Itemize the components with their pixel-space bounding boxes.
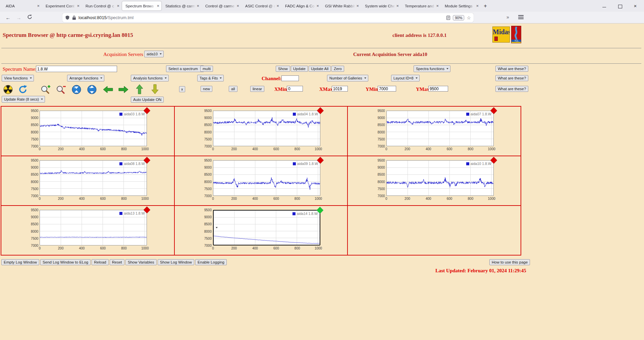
radiation-button[interactable]	[3, 84, 13, 95]
spectrum-plot-aida14[interactable]: 700075008000850090009500aida14 1.8.W0200…	[201, 210, 321, 251]
shift-up-button[interactable]	[134, 84, 145, 94]
shift-down-button[interactable]	[150, 84, 160, 94]
zoom-in-button[interactable]	[40, 84, 51, 95]
minimize-button[interactable]	[602, 3, 607, 9]
browser-tab-7[interactable]: ASIC Control @ c×	[242, 1, 281, 10]
spectrum-plot-aida04[interactable]: 700075008000850090009500aida04 1.8.W0200…	[201, 111, 321, 152]
view-functions-dropdown[interactable]: View functions	[2, 75, 34, 81]
close-window-button[interactable]: ×	[633, 3, 638, 9]
spectrum-plot-aida09[interactable]: 700075008000850090009500aida09 1.8.W0200…	[201, 160, 321, 202]
spectrum-plot-aida13[interactable]: 700075008000850090009500aida13 1.8.W0200…	[28, 210, 148, 251]
spectrum-plot-aida10[interactable]: 700075008000850090009500aida10 1.8.W0200…	[374, 160, 494, 202]
url-bar[interactable]: localhost:8015/Spectrum.tml 90% ☆	[62, 13, 474, 22]
browser-tab-10[interactable]: System wide Che×	[362, 1, 401, 10]
plot-area-aida09[interactable]: aida09 1.8.W	[213, 160, 320, 196]
plot-area-aida03[interactable]: aida03 1.8.W	[40, 111, 147, 146]
update-button[interactable]: Update	[291, 66, 308, 72]
spectrum-name-input[interactable]	[36, 66, 117, 72]
what-are-these-button-1[interactable]: What are these?	[495, 66, 528, 72]
footer-button-show-variables[interactable]: Show Variables	[125, 259, 157, 265]
arrange-functions-dropdown[interactable]: Arrange functions	[67, 75, 104, 81]
tab-close-icon[interactable]: ×	[37, 4, 40, 8]
what-are-these-button-3[interactable]: What are these?	[495, 86, 528, 92]
show-button[interactable]: Show	[276, 66, 290, 72]
what-are-these-button-2[interactable]: What are these?	[495, 75, 528, 81]
recycle-button[interactable]	[17, 84, 28, 95]
tab-close-icon[interactable]: ×	[276, 4, 279, 8]
shift-left-button[interactable]	[103, 84, 113, 95]
spectrum-plot-aida07[interactable]: 700075008000850090009500aida07 1.8.W0200…	[374, 111, 494, 152]
footer-button-send-log-window-to-elog[interactable]: Send Log Window to ELog	[40, 259, 91, 265]
compress-vertical-button[interactable]	[71, 84, 82, 95]
plot-area-aida04[interactable]: aida04 1.8.W	[213, 111, 320, 146]
menu-button[interactable]	[518, 15, 524, 20]
how-to-use-button[interactable]: How to use this page	[489, 259, 530, 265]
reload-button[interactable]	[25, 14, 34, 22]
zoom-level-badge[interactable]: 90%	[453, 15, 464, 20]
tab-close-icon[interactable]: ×	[157, 4, 159, 8]
overflow-chevron-button[interactable]: »	[506, 14, 509, 20]
multi-button[interactable]: multi	[200, 66, 213, 72]
new-button[interactable]: new	[201, 86, 212, 92]
zero-button[interactable]: Zero	[331, 66, 344, 72]
ymax-input[interactable]	[428, 86, 448, 92]
tab-close-icon[interactable]: ×	[356, 4, 359, 8]
number-of-galleries-dropdown[interactable]: Number of Galleries	[327, 75, 368, 81]
tab-close-icon[interactable]: ×	[436, 4, 439, 8]
browser-tab-5[interactable]: Statistics @ carm×	[162, 1, 201, 10]
shield-icon[interactable]	[65, 15, 70, 20]
footer-button-reload[interactable]: Reload	[92, 259, 108, 265]
maximize-button[interactable]	[617, 3, 623, 9]
browser-tab-6[interactable]: Control @ carme×	[202, 1, 241, 10]
bookmark-star-icon[interactable]: ☆	[467, 15, 471, 20]
spectrum-plot-aida03[interactable]: 700075008000850090009500aida03 1.8.W0200…	[28, 111, 148, 152]
plot-area-aida08[interactable]: aida08 1.8.W	[40, 160, 147, 196]
browser-tab-11[interactable]: Temperature and×	[401, 1, 441, 10]
layout-id-dropdown[interactable]: Layout ID=8	[391, 75, 420, 81]
tab-close-icon[interactable]: ×	[77, 4, 79, 8]
browser-tab-2[interactable]: Experiment Cont×	[42, 1, 82, 10]
spectra-functions-dropdown[interactable]: Spectra functions	[414, 65, 450, 72]
browser-tab-8[interactable]: FADC Align & Co×	[282, 1, 321, 10]
tab-close-icon[interactable]: ×	[316, 4, 319, 8]
browser-tab-3[interactable]: Run Control @ c×	[82, 1, 121, 10]
lock-icon[interactable]	[72, 15, 76, 20]
acquisition-server-select[interactable]: aida10	[144, 51, 164, 57]
all-button[interactable]: all	[229, 86, 237, 92]
x-button[interactable]: x	[179, 86, 185, 92]
xmax-input[interactable]	[332, 86, 348, 92]
footer-button-reset[interactable]: Reset	[110, 259, 124, 265]
plot-area-aida10[interactable]: aida10 1.8.W	[386, 160, 494, 196]
browser-tab-4[interactable]: Spectrum Brows×	[122, 1, 161, 10]
select-spectrum-dropdown[interactable]: Select a spectrum	[166, 65, 204, 72]
update-rate-dropdown[interactable]: Update Rate (8 secs)	[2, 96, 45, 103]
plot-area-aida07[interactable]: aida07 1.8.W	[386, 111, 494, 146]
shift-right-button[interactable]	[118, 84, 129, 95]
zoom-out-button[interactable]	[56, 84, 66, 95]
tab-close-icon[interactable]: ×	[197, 4, 199, 8]
ymin-input[interactable]	[378, 86, 396, 92]
update-all-button[interactable]: Update All	[309, 66, 331, 72]
xmin-input[interactable]	[287, 86, 303, 92]
footer-button-show-log-window[interactable]: Show Log Window	[158, 259, 194, 265]
reader-mode-icon[interactable]	[446, 15, 450, 20]
new-tab-button[interactable]: +	[481, 2, 490, 10]
tab-close-icon[interactable]: ×	[117, 4, 119, 8]
forward-button[interactable]: →	[15, 14, 23, 22]
browser-tab-12[interactable]: Module Settings×	[441, 1, 481, 10]
auto-update-button[interactable]: Auto Update ON	[131, 97, 164, 103]
channel-input[interactable]	[281, 75, 299, 81]
linear-button[interactable]: linear	[250, 86, 264, 92]
footer-button-enable-logging[interactable]: Enable Logging	[195, 259, 227, 265]
url-text[interactable]: localhost:8015/Spectrum.tml	[78, 15, 444, 20]
browser-tab-9[interactable]: GSI White Rabbit×	[322, 1, 361, 10]
analysis-functions-dropdown[interactable]: Analysis functions	[131, 75, 169, 81]
back-button[interactable]: ←	[4, 14, 12, 22]
expand-vertical-button[interactable]	[87, 84, 97, 95]
tab-close-icon[interactable]: ×	[476, 4, 479, 8]
spectrum-plot-aida08[interactable]: 700075008000850090009500aida08 1.8.W0200…	[28, 160, 148, 202]
tab-close-icon[interactable]: ×	[396, 4, 399, 8]
tab-close-icon[interactable]: ×	[236, 4, 239, 8]
plot-area-aida13[interactable]: aida13 1.8.W	[40, 210, 147, 245]
browser-tab-1[interactable]: AIDA×	[2, 1, 42, 10]
